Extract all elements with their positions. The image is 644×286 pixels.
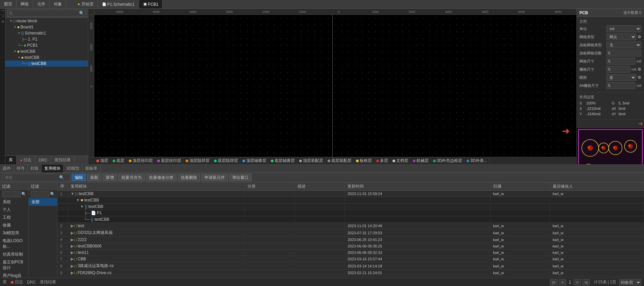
status-log[interactable]: 日志 — [11, 279, 23, 285]
tree-item-board1[interactable]: ▼ ■ Board1 — [5, 24, 88, 30]
batch-save-button[interactable]: 批量另存为 — [118, 174, 145, 181]
bottom-tab-footprint[interactable]: 封装 — [28, 165, 42, 172]
bottom-tab-panel[interactable]: 面板库 — [82, 165, 100, 172]
alt-grid-input[interactable] — [606, 82, 635, 89]
expand-icon-row2[interactable]: ▶ — [71, 223, 74, 228]
edit-button[interactable]: 编辑 — [72, 174, 86, 181]
expand-icon-row8[interactable]: ▶ — [71, 264, 74, 268]
apply-new-button[interactable]: 申请新元件 — [201, 174, 228, 181]
filter-item-favorites[interactable]: 收藏 — [0, 221, 28, 229]
status-lib[interactable]: 库 — [3, 279, 7, 285]
table-row-3[interactable]: 3 ▶ □ GD32以太网速风扇 2023-07-31 17:29:53 kar… — [57, 229, 644, 237]
layer-3d-outline[interactable]: 3D外壳边框层 — [431, 157, 464, 164]
grid-type-settings-icon[interactable]: ⚙ — [638, 34, 641, 39]
tree-item-testcbb-selected[interactable]: └─ {} testCBB — [5, 61, 88, 67]
expand-icon-sub1[interactable]: ▼ — [76, 198, 80, 202]
table-subrow[interactable]: ▼ ■ testCBB — [57, 197, 644, 204]
layer-board[interactable]: 板框层 — [354, 157, 374, 164]
tab-object[interactable]: 对象 — [50, 0, 66, 8]
batch-delete-button[interactable]: 批量删除 — [178, 174, 200, 181]
filter-search-input[interactable] — [2, 191, 21, 197]
grid-size-input[interactable] — [606, 58, 635, 65]
left-tab-log[interactable]: ● 日志 — [17, 156, 35, 164]
sidebar-icon-3[interactable]: Ir — [1, 20, 5, 23]
filter-item-bug[interactable]: 用户bug反馈... — [0, 272, 28, 278]
popup-button[interactable]: 弹出窗口 — [229, 174, 252, 181]
table-subrow-p1[interactable]: ├─ 📄 P1 — [57, 210, 644, 216]
batch-modify-button[interactable]: 批量修改分类 — [146, 174, 176, 181]
page-last-btn[interactable]: >| — [582, 279, 590, 285]
layer-top-silk[interactable]: 顶层丝印层 — [127, 157, 155, 164]
bottom-tab-component[interactable]: 器件 — [0, 165, 14, 172]
sidebar-icon-2[interactable]: — — [1, 14, 5, 18]
tree-item-schematic1[interactable]: ▼ {} Schematic1 — [5, 30, 88, 36]
per-page-select[interactable]: 50条/页 100条/页 — [619, 279, 641, 285]
col-update[interactable]: 更新时间 — [345, 183, 490, 191]
expand-icon-sub2[interactable]: ▼ — [80, 204, 84, 209]
expand-icon-row7[interactable]: ▶ — [71, 257, 74, 261]
col-desc[interactable]: 描述 — [295, 183, 345, 191]
expand-icon-row5[interactable]: ▶ — [71, 244, 74, 248]
layer-multi[interactable]: 多层 — [374, 157, 390, 164]
grid-type-select[interactable]: 网点 网线 — [606, 33, 636, 40]
status-find[interactable]: 查找结果 — [40, 279, 56, 285]
filter-item-3dmodel[interactable]: 3d模型库 — [0, 229, 28, 237]
page-first-btn[interactable]: |< — [550, 279, 558, 285]
expand-icon-row1[interactable]: ▼ — [71, 191, 75, 196]
table-row-5[interactable]: 5 ▶ □ testCBB0606 2023-06-06 09:36:25 ka… — [57, 243, 644, 249]
filter-item-personal[interactable]: 个人 — [0, 206, 28, 214]
pcb-canvas[interactable]: -3000 -2000 -1000 0 ➜ — [88, 15, 576, 157]
left-tab-drc[interactable]: DRC — [35, 156, 51, 164]
layer-3d-surface[interactable]: 3D外表... — [464, 157, 489, 164]
unit-select[interactable]: mil mm — [606, 25, 641, 32]
snap-select[interactable]: 是 否 — [606, 74, 636, 81]
layer-top-mask[interactable]: 顶层阻焊层 — [184, 157, 212, 164]
tree-item-testcbb-board[interactable]: ▼ ■ testCBB — [5, 54, 88, 61]
new-button[interactable]: 新增 — [103, 174, 117, 181]
page-prev-btn[interactable]: < — [559, 279, 566, 285]
tree-item-p1[interactable]: ├─ 1. P1 — [5, 36, 88, 42]
tab-component[interactable]: 元件 — [33, 0, 50, 8]
col-name[interactable]: 复用模块 — [68, 183, 244, 191]
table-row-9[interactable]: 9 ▶ □ FD6288Q-Drive-cs 2023-02-21 15:24:… — [57, 270, 644, 276]
col-num[interactable]: 序 — [57, 183, 68, 191]
search-input[interactable] — [5, 175, 59, 180]
filter-item-project[interactable]: 工程 — [0, 214, 28, 221]
filter-item-logo[interactable]: 电器LOGO标... — [0, 237, 28, 251]
filter-item-jlcpcb[interactable]: 嘉立创PCB设计 — [0, 258, 28, 272]
layer-bottom-mask[interactable]: 底层阻焊层 — [212, 157, 240, 164]
refresh-button[interactable]: 刷新 — [87, 174, 101, 181]
bottom-tab-3d[interactable]: 3D模型 — [64, 165, 82, 172]
category-search-input[interactable] — [31, 191, 49, 197]
expand-icon-row4[interactable]: ▶ — [71, 237, 74, 242]
status-drc[interactable]: DRC — [27, 280, 36, 285]
table-subrow-2[interactable]: ▼ {} testCBB — [57, 204, 644, 210]
tree-item-pcb1[interactable]: └─ ■ PCB1 — [5, 42, 88, 48]
bottom-tab-symbol[interactable]: 符号 — [14, 165, 28, 172]
layer-bottom[interactable]: 底层 — [111, 157, 127, 164]
left-tab-find[interactable]: 查找结果 — [51, 156, 74, 164]
left-tab-lib[interactable]: 库 — [5, 156, 17, 164]
table-row-6[interactable]: 6 ▶ □ test11 2023-06-06 09:32:33 karl_w — [57, 249, 644, 256]
tree-item-testcbb-root[interactable]: ▼ ■ testCBB — [5, 48, 88, 54]
tree-item-reuse-block[interactable]: ▼ □ reuse block — [5, 18, 88, 24]
snap-settings-icon[interactable]: ⚙ — [638, 75, 641, 80]
table-row-7[interactable]: 7 ▶ □ CBB 2023-03-16 15:57:44 karl_w — [57, 256, 644, 262]
snap-grid-select[interactable]: 无 有 — [606, 42, 641, 48]
layer-top-asm[interactable]: 顶层装配层 — [297, 157, 326, 164]
layer-mech[interactable]: 机械层 — [411, 157, 431, 164]
tab-schematic[interactable]: 📄 P1.Schematic1 — [98, 0, 139, 8]
filter-item-sim[interactable]: 仿真库绘制 — [0, 251, 28, 258]
tab-pcb[interactable]: 🔲 FCB1 — [139, 0, 163, 8]
tab-home[interactable]: ✦ 开始页 — [73, 0, 98, 8]
layer-top-paste[interactable]: 顶层锡膏层 — [240, 157, 269, 164]
layer-top[interactable]: 顶层 — [94, 157, 111, 164]
left-filter-input[interactable] — [14, 11, 79, 15]
layer-doc[interactable]: 文档层 — [390, 157, 411, 164]
filter-item-system[interactable]: 系统 — [0, 198, 28, 206]
bottom-tab-reuse[interactable]: 复用模块 — [42, 165, 64, 172]
layer-bottom-paste[interactable]: 底层锡膏层 — [269, 157, 297, 164]
layer-bottom-silk[interactable]: 底层丝印层 — [155, 157, 184, 164]
sidebar-icon-1[interactable]: | — [1, 10, 5, 11]
right-panel-arrow[interactable]: ➜ — [638, 120, 643, 127]
